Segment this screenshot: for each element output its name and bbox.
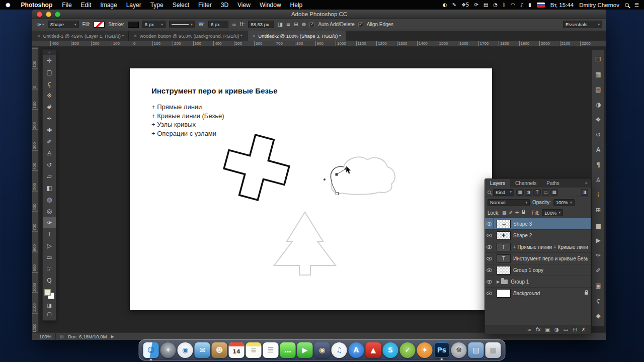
menubar-status-icon[interactable]: ▤ [484,2,488,8]
window-titlebar[interactable]: Adobe Photoshop CC [32,10,606,19]
layer-row-background[interactable]: Background [485,288,591,299]
panel-brush-icon[interactable]: ✐ [592,263,604,278]
app-menu-photoshop[interactable]: Photoshop [16,2,58,9]
workspace-switcher[interactable]: Essentials ▾ [563,21,602,28]
layer-row-shape-2[interactable]: ✚ Shape 2 [485,230,591,241]
visibility-eye-icon[interactable] [485,218,494,230]
spotlight-icon[interactable] [625,3,629,7]
itunes-dock-icon[interactable]: ♫ [332,342,347,358]
brush-tool[interactable]: ✐ [43,136,56,147]
document-tab-untitled-1[interactable]: × Untitled-1 @ 459% (Layer 1, RGB/8) * [32,31,129,41]
menubar-user-name[interactable]: Dmitry Chernov [579,2,619,8]
quick-mask-button[interactable]: ◨ [43,301,56,310]
panel-navigator-icon[interactable]: ⊞ [592,203,604,218]
filtering-toggle-icon[interactable]: ◨ [581,189,588,196]
minimize-window-button[interactable] [46,12,51,17]
tab-close-icon[interactable]: × [133,33,137,38]
quick-selection-tool[interactable]: ※ [43,89,56,101]
dodge-tool[interactable]: ◎ [43,205,56,217]
auto-add-delete-checkbox[interactable]: ✓ [309,22,314,27]
visibility-eye-icon[interactable] [485,253,494,264]
panel-actions-icon[interactable]: ▶ [592,233,604,248]
foreground-color-swatch[interactable] [44,289,51,296]
opacity-field[interactable]: 100% ▾ [553,199,575,206]
launchpad-dock-icon[interactable]: ✦ [160,342,176,358]
layer-row-group-1-copy[interactable]: Group 1 copy [485,264,591,276]
link-dimensions-icon[interactable]: ∞ [232,22,236,27]
shape-height-input[interactable]: 88,63 px [248,21,274,28]
panel-info-icon[interactable]: i [592,188,604,203]
tab-paths[interactable]: Paths [541,179,565,188]
fill-color-swatch[interactable] [94,22,105,28]
path-operations-icon[interactable]: ◨ [278,22,282,27]
photoshop-dock-icon[interactable]: Ps [434,342,450,358]
lock-all-icon[interactable] [522,212,525,214]
panel-styles-icon[interactable]: ❖ [592,112,604,127]
panel-channels-icon[interactable]: ▣ [592,278,604,293]
align-edges-checkbox[interactable]: ✓ [358,22,363,27]
visibility-eye-icon[interactable] [485,276,494,288]
green-app-dock-icon[interactable]: ✓ [400,342,416,358]
zoom-tool[interactable]: Q [43,275,56,286]
marquee-tool[interactable]: ▢ [43,66,56,78]
menu-item[interactable]: Filter [194,2,216,9]
menubar-clock[interactable]: Вт, 15:44 [550,2,574,8]
calendar-dock-icon[interactable]: 14 [229,342,245,358]
disclosure-triangle-icon[interactable]: ▶ [497,280,500,284]
tool-mode-select[interactable]: Shape ▾ [48,21,79,28]
lock-position-icon[interactable]: ✛ [515,210,519,215]
app-store-dock-icon[interactable]: A [349,342,364,358]
stroke-color-swatch[interactable] [128,22,139,28]
shape-width-input[interactable]: 6 px [208,21,228,28]
hand-tool[interactable]: ☞ [43,263,56,275]
layer-thumbnail[interactable]: ✚ [497,231,511,240]
menu-item[interactable]: Layer [122,2,146,9]
zoom-level-field[interactable]: 100% [39,334,51,339]
gradient-tool[interactable]: ◧ [43,182,56,194]
finder-dock-icon[interactable]: ☺ [143,342,159,358]
path-selection-tool[interactable]: ▷ [43,240,56,251]
lock-transparency-icon[interactable]: ▦ [502,210,507,215]
tab-close-icon[interactable]: × [37,33,41,38]
link-layers-icon[interactable]: ∞ [527,327,531,332]
panel-swatches-icon[interactable]: ▦ [592,67,604,82]
facetime-dock-icon[interactable]: ▶ [297,342,313,358]
menu-item[interactable]: Type [146,2,168,9]
status-options-arrow-icon[interactable]: ▶ [111,334,114,339]
layer-row-shape-3[interactable]: ☁ Shape 3 [485,218,591,230]
blend-mode-select[interactable]: Normal ▾ [488,199,530,206]
layer-row-text-title[interactable]: T Инструмент перо и кривые Безье [485,253,591,264]
apple-menu-icon[interactable]: ● [0,2,16,8]
menu-item[interactable]: Help [286,2,307,9]
fill-field[interactable]: 100% ▾ [542,209,563,216]
menubar-status-icon[interactable]: ▮ [528,2,531,8]
eraser-tool[interactable]: ▱ [43,170,56,182]
type-tool[interactable]: T [43,228,56,240]
tab-close-icon[interactable]: × [252,33,256,38]
menu-item[interactable]: View [233,2,255,9]
layer-thumbnail[interactable] [497,266,511,275]
notification-center-icon[interactable]: ☰ [634,2,639,8]
filter-adjustment-icon[interactable]: ◑ [525,189,532,196]
blur-tool[interactable]: ◍ [43,194,56,205]
delete-layer-icon[interactable]: ✗ [582,327,586,332]
layer-thumbnail[interactable] [497,289,511,298]
menubar-status-icon[interactable]: ⟳ [474,2,478,8]
panel-collapse-icon[interactable]: » [585,179,591,188]
contacts-dock-icon[interactable]: ☻ [212,342,227,358]
mail-dock-icon[interactable]: ✉ [195,342,210,358]
tool-preset-picker[interactable]: ✑ ▾ [36,21,44,28]
new-group-icon[interactable]: ▭ [564,327,568,332]
panel-paragraph-icon[interactable]: ¶ [592,157,604,172]
notes-dock-icon[interactable]: ≡ [246,342,262,358]
menubar-status-icon[interactable]: ᛒ [503,2,506,8]
pen-tool[interactable]: ✑ [43,217,56,228]
acrobat-reader-dock-icon[interactable]: ▲ [366,342,381,358]
safari-dock-icon[interactable]: ◉ [178,342,193,358]
history-brush-tool[interactable]: ↺ [43,159,56,170]
tab-channels[interactable]: Channels [510,179,541,188]
new-layer-icon[interactable]: ⊡ [573,327,577,332]
text-layer-thumbnail[interactable]: T [497,243,511,251]
panel-history-icon[interactable]: ↺ [592,127,604,142]
keyboard-layout-flag-icon[interactable] [537,3,545,8]
